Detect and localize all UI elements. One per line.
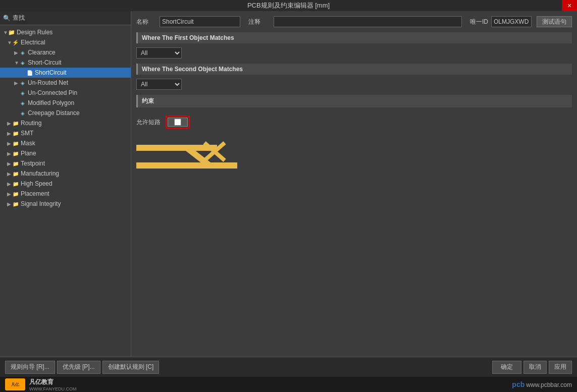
short-circuit-svg [136, 133, 237, 183]
tree-item-high-speed[interactable]: ▶ 📁 High Speed [0, 179, 131, 189]
arrow-short-circuit: ▼ [14, 60, 19, 66]
icon-plane: 📁 [12, 150, 19, 157]
tree-item-mask[interactable]: ▶ 📁 Mask [0, 138, 131, 148]
ok-button[interactable]: 确定 [492, 361, 521, 374]
icon-un-connected-pin: ◈ [19, 89, 26, 96]
icon-un-routed-net: ◈ [19, 79, 26, 86]
brand-right: pcb www.pcbbar.com [512, 380, 572, 388]
tree-item-clearance[interactable]: ▶ ◈ Clearance [0, 47, 131, 58]
tree-label-testpoint: Testpoint [21, 160, 45, 167]
create-default-button[interactable]: 创建默认规则 [C] [102, 361, 160, 374]
tree-label-high-speed: High Speed [21, 180, 53, 187]
uid-input[interactable] [491, 16, 532, 27]
name-row: 名称 注释 唯一ID 测试语句 [136, 16, 572, 27]
brand-url: WWW.FANYEDU.COM [29, 386, 77, 391]
folder-icon-design-rules: 📁 [8, 29, 15, 36]
search-bar: 🔍 查找 [0, 11, 131, 25]
second-match-row: All Net Net Class Layer Custom [136, 79, 572, 90]
tree-item-testpoint[interactable]: ▶ 📁 Testpoint [0, 158, 131, 169]
tree-label-plane: Plane [21, 150, 36, 157]
tree-item-plane[interactable]: ▶ 📁 Plane [0, 148, 131, 158]
tree-label-smt: SMT [21, 130, 33, 137]
comment-label: 注释 [248, 18, 269, 26]
search-icon: 🔍 [3, 15, 11, 22]
cancel-button[interactable]: 取消 [523, 361, 547, 374]
icon-manufacturing: 📁 [12, 170, 19, 177]
tree-item-un-routed-net[interactable]: ▶ ◈ Un-Routed Net [0, 78, 131, 88]
checkbox-wrapper [166, 116, 190, 129]
tree-label-electrical: Electrical [21, 39, 45, 46]
tree-label-creepage-distance: Creepage Distance [28, 109, 80, 117]
constraint-area: 允许短路 [136, 116, 572, 183]
uid-label: 唯一ID [470, 18, 488, 26]
right-panel: 名称 注释 唯一ID 测试语句 Where The First Object M… [131, 11, 577, 357]
tree-item-routing[interactable]: ▶ 📁 Routing [0, 118, 131, 128]
brand-info: 凡亿教育 WWW.FANYEDU.COM [29, 378, 77, 391]
allow-short-input[interactable] [174, 119, 181, 126]
arrow-high-speed: ▶ [7, 181, 12, 187]
tree-label-un-connected-pin: Un-Connected Pin [28, 89, 77, 96]
tree-label-placement: Placement [21, 190, 49, 197]
arrow-manufacturing: ▶ [7, 171, 12, 177]
footer-right-text: www.pcbbar.com [526, 381, 572, 388]
brand-name: 凡亿教育 [29, 378, 77, 386]
icon-clearance: ◈ [19, 49, 26, 56]
tree-item-design-rules[interactable]: ▼ 📁 Design Rules [0, 27, 131, 37]
icon-high-speed: 📁 [12, 180, 19, 187]
arrow-smt: ▶ [7, 131, 12, 136]
first-match-dropdown[interactable]: All Net Net Class Layer Custom [136, 47, 182, 59]
apply-button[interactable]: 应用 [549, 361, 572, 374]
name-input[interactable] [160, 16, 240, 27]
second-match-dropdown[interactable]: All Net Net Class Layer Custom [136, 79, 182, 90]
tree-item-creepage-distance[interactable]: ▶ ◈ Creepage Distance [0, 108, 131, 118]
left-panel: 🔍 查找 ▼ 📁 Design Rules ▼ ⚡ Electrical ▶ ◈… [0, 11, 131, 357]
priority-button[interactable]: 优先级 [P]... [57, 361, 100, 374]
search-label: 查找 [13, 14, 25, 22]
close-button[interactable]: × [562, 0, 577, 11]
arrow-testpoint: ▶ [7, 161, 12, 166]
tree-item-manufacturing[interactable]: ▶ 📁 Manufacturing [0, 169, 131, 179]
allow-short-checkbox[interactable] [168, 118, 188, 127]
arrow-clearance: ▶ [14, 50, 19, 55]
tree-label-design-rules: Design Rules [17, 29, 53, 36]
tree-item-shortcircuit-leaf[interactable]: ▶ 📄 ShortCircuit [0, 68, 131, 78]
search-input[interactable] [28, 15, 128, 22]
short-circuit-icon-area [136, 133, 572, 183]
icon-short-circuit: ◈ [19, 59, 26, 66]
arrow-electrical: ▼ [7, 40, 12, 45]
icon-creepage-distance: ◈ [19, 109, 26, 117]
tree: ▼ 📁 Design Rules ▼ ⚡ Electrical ▶ ◈ Clea… [0, 25, 131, 357]
icon-signal-integrity: 📁 [12, 200, 19, 207]
arrow-un-routed-net: ▶ [14, 80, 19, 86]
tree-label-manufacturing: Manufacturing [21, 170, 59, 177]
icon-routing: 📁 [12, 120, 19, 127]
tree-label-modified-polygon: Modified Polygon [28, 99, 74, 106]
tree-item-signal-integrity[interactable]: ▶ 📁 Signal Integrity [0, 199, 131, 209]
icon-placement: 📁 [12, 190, 19, 197]
tree-label-shortcircuit-leaf: ShortCircuit [35, 69, 67, 76]
arrow-design-rules: ▼ [3, 30, 8, 35]
tree-item-modified-polygon[interactable]: ▶ ◈ Modified Polygon [0, 98, 131, 108]
arrow-placement: ▶ [7, 191, 12, 197]
arrow-plane: ▶ [7, 151, 12, 156]
test-button[interactable]: 测试语句 [537, 16, 572, 27]
tree-label-signal-integrity: Signal Integrity [21, 200, 61, 207]
arrow-routing: ▶ [7, 121, 12, 126]
name-label: 名称 [136, 18, 156, 26]
title-text: PCB规则及约束编辑器 [mm] [247, 1, 330, 10]
allow-short-label: 允许短路 [136, 118, 161, 127]
tree-item-smt[interactable]: ▶ 📁 SMT [0, 128, 131, 138]
tree-item-short-circuit[interactable]: ▼ ◈ Short-Circuit [0, 58, 131, 68]
tree-label-mask: Mask [21, 140, 35, 147]
comment-input[interactable] [274, 16, 462, 27]
first-match-header: Where The First Object Matches [136, 32, 572, 43]
icon-shortcircuit-leaf: 📄 [26, 69, 33, 76]
tree-item-placement[interactable]: ▶ 📁 Placement [0, 189, 131, 199]
rule-wizard-button[interactable]: 规则向导 [R]... [5, 361, 55, 374]
tree-item-un-connected-pin[interactable]: ▶ ◈ Un-Connected Pin [0, 88, 131, 98]
tree-label-clearance: Clearance [28, 49, 56, 56]
tree-item-electrical[interactable]: ▼ ⚡ Electrical [0, 37, 131, 47]
second-match-header: Where The Second Object Matches [136, 64, 572, 75]
brand-logo: 凡亿 [5, 378, 25, 390]
constraint-header: 约束 [136, 95, 572, 107]
